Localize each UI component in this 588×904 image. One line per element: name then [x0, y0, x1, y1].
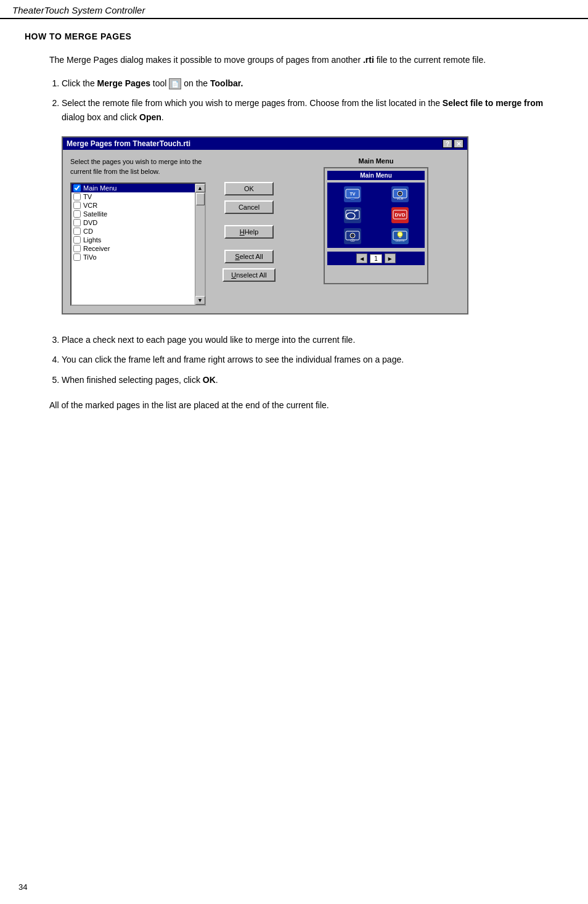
step1-bold2: Toolbar.: [210, 78, 243, 88]
titlebar-buttons: ? ✕: [443, 139, 463, 148]
step1-bold1: Merge Pages: [97, 78, 150, 88]
svg-text:TV: TV: [349, 192, 355, 196]
close-titlebar-button[interactable]: ✕: [454, 139, 463, 148]
step-1: Click the Merge Pages tool 📄 on the Tool…: [62, 76, 563, 90]
list-item-satellite[interactable]: Satellite: [71, 210, 195, 218]
steps-list: Click the Merge Pages tool 📄 on the Tool…: [62, 76, 563, 124]
svg-text:LIGHTS: LIGHTS: [395, 239, 404, 242]
ok-button[interactable]: OK: [224, 182, 274, 195]
page-header: TheaterTouch System Controller: [0, 0, 588, 19]
dialog-left-panel: Select the pages you wish to merge into …: [70, 157, 206, 306]
list-item-tv[interactable]: TV: [71, 192, 195, 201]
preview-tv-icon: TV: [330, 185, 375, 203]
main-content: HOW TO MERGE PAGES The Merge Pages dialo…: [0, 19, 588, 437]
svg-point-5: [399, 193, 401, 195]
preview-vcr-icon: VCR: [377, 185, 422, 203]
preview-label: Main Menu: [359, 157, 394, 165]
dialog-center-panel: OK Cancel HHelp Select All Unselect All: [212, 157, 286, 306]
list-item-mainmenu[interactable]: Main Menu: [71, 184, 195, 192]
scroll-down-arrow[interactable]: ▼: [195, 296, 205, 305]
help-button[interactable]: HHelp: [224, 225, 274, 239]
step5-ok-bold: OK: [203, 375, 216, 385]
scroll-up-arrow[interactable]: ▲: [195, 184, 205, 192]
list-item-tivo[interactable]: TiVo: [71, 253, 195, 261]
pages-list: Main Menu TV VCR Satellite: [71, 184, 195, 305]
preview-satellite-icon: [330, 206, 375, 224]
svg-rect-1: [351, 198, 354, 200]
preview-title: Main Menu: [327, 171, 425, 180]
checkbox-lights[interactable]: [73, 236, 81, 244]
help-titlebar-button[interactable]: ?: [443, 139, 452, 148]
checkbox-tivo[interactable]: [73, 253, 81, 261]
svg-text:CD: CD: [350, 239, 355, 242]
step-3: Place a check next to each page you woul…: [62, 333, 563, 347]
svg-rect-19: [399, 237, 401, 238]
cancel-button[interactable]: Cancel: [224, 200, 274, 214]
svg-text:DVD: DVD: [394, 212, 405, 218]
section-title: HOW TO MERGE PAGES: [25, 31, 563, 41]
dialog-screenshot: Merge Pages from TheaterTouch.rti ? ✕ Se…: [62, 136, 539, 314]
step-4: You can click the frame left and frame r…: [62, 353, 563, 366]
list-item-vcr[interactable]: VCR: [71, 201, 195, 210]
merge-pages-icon: 📄: [169, 78, 181, 89]
checkbox-satellite[interactable]: [73, 210, 81, 218]
list-scrollbar[interactable]: ▲ ▼: [195, 184, 205, 305]
checkbox-vcr[interactable]: [73, 202, 81, 209]
svg-text:VCR: VCR: [396, 197, 403, 200]
checkbox-dvd[interactable]: [73, 219, 81, 226]
dialog-body: Select the pages you wish to merge into …: [63, 150, 467, 313]
checkbox-tv[interactable]: [73, 193, 81, 200]
select-all-button[interactable]: Select All: [224, 250, 274, 263]
svg-point-10: [356, 210, 357, 212]
preview-box: Main Menu TV: [324, 167, 428, 284]
checkbox-receiver[interactable]: [73, 245, 81, 252]
unselect-all-button[interactable]: Unselect All: [223, 268, 275, 282]
list-item-dvd[interactable]: DVD: [71, 218, 195, 227]
page-indicator: 1: [370, 254, 382, 263]
step2-bold2: Open: [139, 112, 161, 122]
preview-nav: ◄ 1 ►: [327, 252, 425, 265]
rti-keyword: .rti: [363, 55, 374, 65]
list-item-receiver[interactable]: Receiver: [71, 244, 195, 253]
intro-paragraph: The Merge Pages dialog makes it possible…: [49, 54, 563, 67]
frame-right-arrow[interactable]: ►: [385, 253, 396, 263]
preview-lights-icon: LIGHTS: [377, 227, 422, 245]
list-item-cd[interactable]: CD: [71, 227, 195, 236]
preview-cd-icon: CD: [330, 227, 375, 245]
dialog-title: Merge Pages from TheaterTouch.rti: [67, 139, 190, 148]
checkbox-cd[interactable]: [73, 228, 81, 235]
step-5: When finished selecting pages, click OK.: [62, 373, 563, 387]
svg-point-15: [351, 235, 353, 237]
step-2: Select the remote file from which you wi…: [62, 96, 563, 124]
preview-dvd-icon: DVD: [377, 206, 422, 224]
scroll-thumb[interactable]: [196, 193, 205, 205]
dialog-instruction: Select the pages you wish to merge into …: [70, 157, 206, 176]
steps-list-continued: Place a check next to each page you woul…: [62, 333, 563, 387]
preview-icons-grid: TV: [327, 183, 425, 248]
closing-text: All of the marked pages in the list are …: [49, 399, 563, 412]
list-item-lights[interactable]: Lights: [71, 236, 195, 244]
dialog-right-panel: Main Menu Main Menu TV: [292, 157, 460, 306]
page-number: 34: [18, 882, 27, 892]
svg-point-18: [398, 232, 402, 237]
step2-bold1: Select file to merge from: [443, 98, 543, 108]
dialog-titlebar: Merge Pages from TheaterTouch.rti ? ✕: [63, 138, 467, 150]
checkbox-mainmenu[interactable]: [73, 184, 81, 192]
frame-left-arrow[interactable]: ◄: [356, 253, 367, 263]
header-title: TheaterTouch System Controller: [12, 5, 145, 15]
merge-dialog: Merge Pages from TheaterTouch.rti ? ✕ Se…: [62, 136, 468, 314]
pages-list-container[interactable]: Main Menu TV VCR Satellite: [70, 183, 206, 306]
